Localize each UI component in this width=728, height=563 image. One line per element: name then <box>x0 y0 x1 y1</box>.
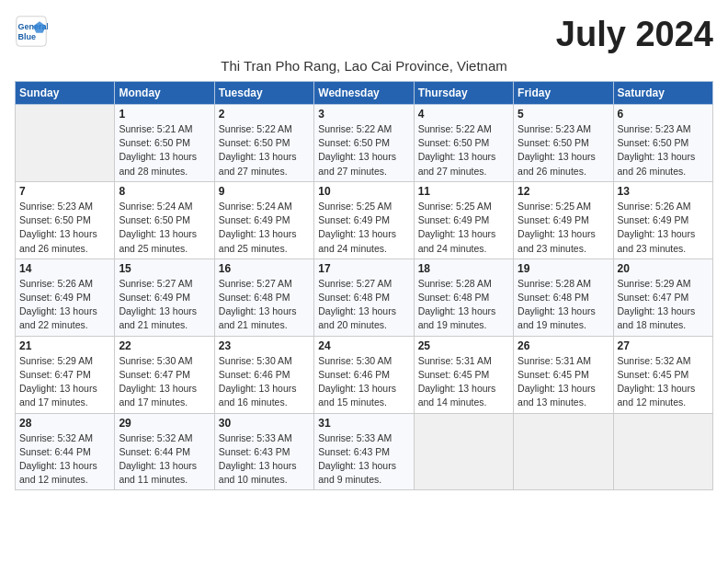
day-number: 31 <box>318 417 409 430</box>
calendar-cell <box>514 413 613 490</box>
month-title: July 2024 <box>556 15 713 54</box>
day-number: 12 <box>518 185 609 198</box>
day-info: Sunrise: 5:25 AM Sunset: 6:49 PM Dayligh… <box>318 200 409 256</box>
day-info: Sunrise: 5:27 AM Sunset: 6:49 PM Dayligh… <box>119 277 210 333</box>
day-info: Sunrise: 5:28 AM Sunset: 6:48 PM Dayligh… <box>518 277 609 333</box>
day-number: 13 <box>618 185 709 198</box>
logo: General Blue <box>15 15 48 48</box>
day-info: Sunrise: 5:29 AM Sunset: 6:47 PM Dayligh… <box>19 354 110 410</box>
day-number: 22 <box>119 339 210 352</box>
day-info: Sunrise: 5:23 AM Sunset: 6:50 PM Dayligh… <box>19 200 110 256</box>
calendar-cell: 27Sunrise: 5:32 AM Sunset: 6:45 PM Dayli… <box>613 336 712 413</box>
calendar-cell: 21Sunrise: 5:29 AM Sunset: 6:47 PM Dayli… <box>16 336 115 413</box>
logo-icon: General Blue <box>15 15 48 48</box>
day-info: Sunrise: 5:33 AM Sunset: 6:43 PM Dayligh… <box>219 431 310 488</box>
calendar-cell: 3Sunrise: 5:22 AM Sunset: 6:50 PM Daylig… <box>314 105 414 182</box>
day-number: 25 <box>418 339 509 352</box>
day-number: 24 <box>318 339 409 352</box>
day-info: Sunrise: 5:23 AM Sunset: 6:50 PM Dayligh… <box>518 122 609 178</box>
day-number: 10 <box>318 185 409 198</box>
calendar-cell: 10Sunrise: 5:25 AM Sunset: 6:49 PM Dayli… <box>314 181 414 259</box>
day-number: 6 <box>618 108 709 121</box>
day-number: 16 <box>219 262 310 275</box>
day-number: 20 <box>618 262 709 275</box>
calendar-cell: 23Sunrise: 5:30 AM Sunset: 6:46 PM Dayli… <box>214 336 313 413</box>
day-info: Sunrise: 5:33 AM Sunset: 6:43 PM Dayligh… <box>318 431 409 488</box>
day-info: Sunrise: 5:30 AM Sunset: 6:46 PM Dayligh… <box>219 354 310 410</box>
calendar-cell: 11Sunrise: 5:25 AM Sunset: 6:49 PM Dayli… <box>414 181 513 259</box>
calendar-cell: 31Sunrise: 5:33 AM Sunset: 6:43 PM Dayli… <box>314 413 414 490</box>
day-info: Sunrise: 5:27 AM Sunset: 6:48 PM Dayligh… <box>318 277 409 333</box>
weekday-header-friday: Friday <box>514 82 613 105</box>
day-number: 29 <box>119 417 210 430</box>
day-info: Sunrise: 5:22 AM Sunset: 6:50 PM Dayligh… <box>418 122 509 178</box>
calendar-cell: 1Sunrise: 5:21 AM Sunset: 6:50 PM Daylig… <box>115 105 214 182</box>
calendar-cell: 13Sunrise: 5:26 AM Sunset: 6:49 PM Dayli… <box>613 181 712 259</box>
day-number: 5 <box>518 108 609 121</box>
calendar-cell: 29Sunrise: 5:32 AM Sunset: 6:44 PM Dayli… <box>115 413 214 490</box>
weekday-header-thursday: Thursday <box>414 82 513 105</box>
day-info: Sunrise: 5:23 AM Sunset: 6:50 PM Dayligh… <box>618 122 709 178</box>
day-info: Sunrise: 5:29 AM Sunset: 6:47 PM Dayligh… <box>618 277 709 333</box>
calendar-cell: 24Sunrise: 5:30 AM Sunset: 6:46 PM Dayli… <box>314 336 414 413</box>
day-info: Sunrise: 5:30 AM Sunset: 6:46 PM Dayligh… <box>318 354 409 410</box>
day-number: 21 <box>19 339 110 352</box>
calendar-cell: 5Sunrise: 5:23 AM Sunset: 6:50 PM Daylig… <box>514 105 613 182</box>
calendar-cell: 30Sunrise: 5:33 AM Sunset: 6:43 PM Dayli… <box>214 413 313 490</box>
day-info: Sunrise: 5:32 AM Sunset: 6:45 PM Dayligh… <box>618 354 709 410</box>
day-number: 17 <box>318 262 409 275</box>
day-number: 8 <box>119 185 210 198</box>
day-info: Sunrise: 5:22 AM Sunset: 6:50 PM Dayligh… <box>219 122 310 178</box>
calendar-cell: 28Sunrise: 5:32 AM Sunset: 6:44 PM Dayli… <box>16 413 115 490</box>
calendar-cell <box>16 105 115 182</box>
day-number: 4 <box>418 108 509 121</box>
calendar-cell: 16Sunrise: 5:27 AM Sunset: 6:48 PM Dayli… <box>214 259 313 336</box>
day-number: 27 <box>618 339 709 352</box>
day-number: 9 <box>219 185 310 198</box>
calendar-cell: 9Sunrise: 5:24 AM Sunset: 6:49 PM Daylig… <box>214 181 313 259</box>
calendar-cell: 4Sunrise: 5:22 AM Sunset: 6:50 PM Daylig… <box>414 105 513 182</box>
calendar-cell: 22Sunrise: 5:30 AM Sunset: 6:47 PM Dayli… <box>115 336 214 413</box>
calendar-cell: 19Sunrise: 5:28 AM Sunset: 6:48 PM Dayli… <box>514 259 613 336</box>
day-number: 30 <box>219 417 310 430</box>
weekday-header-monday: Monday <box>115 82 214 105</box>
day-info: Sunrise: 5:27 AM Sunset: 6:48 PM Dayligh… <box>219 277 310 333</box>
calendar-cell: 2Sunrise: 5:22 AM Sunset: 6:50 PM Daylig… <box>214 105 313 182</box>
day-number: 23 <box>219 339 310 352</box>
calendar-cell: 25Sunrise: 5:31 AM Sunset: 6:45 PM Dayli… <box>414 336 513 413</box>
weekday-header-tuesday: Tuesday <box>214 82 313 105</box>
calendar-table: SundayMondayTuesdayWednesdayThursdayFrid… <box>15 81 713 490</box>
calendar-cell: 26Sunrise: 5:31 AM Sunset: 6:45 PM Dayli… <box>514 336 613 413</box>
calendar-cell <box>613 413 712 490</box>
day-info: Sunrise: 5:22 AM Sunset: 6:50 PM Dayligh… <box>318 122 409 178</box>
weekday-header-wednesday: Wednesday <box>314 82 414 105</box>
calendar-cell: 17Sunrise: 5:27 AM Sunset: 6:48 PM Dayli… <box>314 259 414 336</box>
day-info: Sunrise: 5:24 AM Sunset: 6:49 PM Dayligh… <box>219 200 310 256</box>
day-info: Sunrise: 5:30 AM Sunset: 6:47 PM Dayligh… <box>119 354 210 410</box>
calendar-cell: 8Sunrise: 5:24 AM Sunset: 6:50 PM Daylig… <box>115 181 214 259</box>
calendar-cell <box>414 413 513 490</box>
day-number: 1 <box>119 108 210 121</box>
day-info: Sunrise: 5:25 AM Sunset: 6:49 PM Dayligh… <box>518 200 609 256</box>
day-number: 19 <box>518 262 609 275</box>
day-number: 14 <box>19 262 110 275</box>
day-number: 26 <box>518 339 609 352</box>
calendar-cell: 7Sunrise: 5:23 AM Sunset: 6:50 PM Daylig… <box>16 181 115 259</box>
calendar-cell: 15Sunrise: 5:27 AM Sunset: 6:49 PM Dayli… <box>115 259 214 336</box>
day-number: 7 <box>19 185 110 198</box>
calendar-cell: 14Sunrise: 5:26 AM Sunset: 6:49 PM Dayli… <box>16 259 115 336</box>
day-info: Sunrise: 5:32 AM Sunset: 6:44 PM Dayligh… <box>119 431 210 488</box>
calendar-cell: 18Sunrise: 5:28 AM Sunset: 6:48 PM Dayli… <box>414 259 513 336</box>
day-number: 18 <box>418 262 509 275</box>
subtitle: Thi Tran Pho Rang, Lao Cai Province, Vie… <box>15 58 713 74</box>
day-number: 2 <box>219 108 310 121</box>
day-info: Sunrise: 5:28 AM Sunset: 6:48 PM Dayligh… <box>418 277 509 333</box>
calendar-cell: 6Sunrise: 5:23 AM Sunset: 6:50 PM Daylig… <box>613 105 712 182</box>
day-number: 3 <box>318 108 409 121</box>
day-info: Sunrise: 5:26 AM Sunset: 6:49 PM Dayligh… <box>618 200 709 256</box>
calendar-cell: 20Sunrise: 5:29 AM Sunset: 6:47 PM Dayli… <box>613 259 712 336</box>
day-info: Sunrise: 5:32 AM Sunset: 6:44 PM Dayligh… <box>19 431 110 488</box>
day-info: Sunrise: 5:25 AM Sunset: 6:49 PM Dayligh… <box>418 200 509 256</box>
svg-text:Blue: Blue <box>18 32 37 41</box>
calendar-cell: 12Sunrise: 5:25 AM Sunset: 6:49 PM Dayli… <box>514 181 613 259</box>
